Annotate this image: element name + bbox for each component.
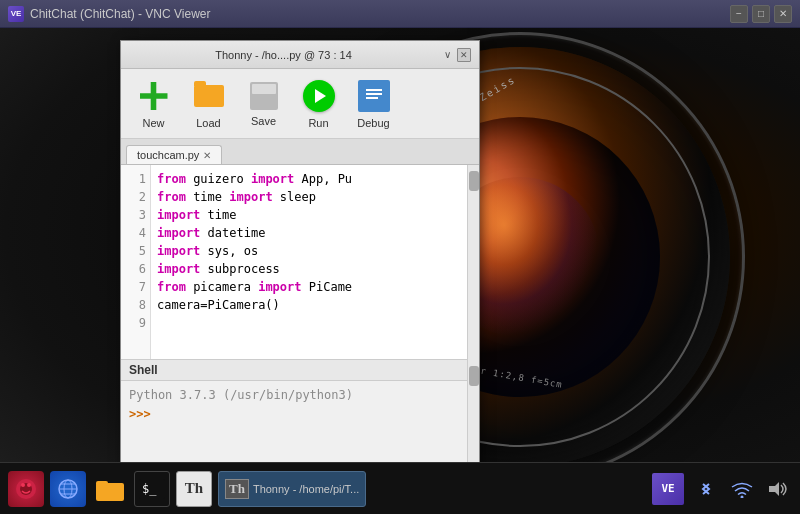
terminal-button[interactable]: $_ xyxy=(134,471,170,507)
debug-symbol-icon xyxy=(358,80,390,112)
line-num-2: 2 xyxy=(125,188,146,206)
wifi-button[interactable] xyxy=(728,475,756,503)
code-editor[interactable]: 1 2 3 4 5 6 7 8 9 from guizero import Ap… xyxy=(121,165,467,360)
debug-label: Debug xyxy=(357,117,389,129)
thonny-toolbar: New Load Save xyxy=(121,69,479,139)
raspberry-pi-button[interactable] xyxy=(8,471,44,507)
th-label: Th xyxy=(185,480,203,497)
new-button[interactable]: New xyxy=(131,78,176,129)
thonny-taskbar-label: Thonny - /home/pi/T... xyxy=(253,483,359,495)
new-icon xyxy=(136,78,172,114)
code-content[interactable]: from guizero import App, Pu from time im… xyxy=(151,165,467,359)
editor-scrollbar[interactable] xyxy=(467,165,479,360)
vnc-icon[interactable]: VE xyxy=(652,473,684,505)
code-line-1: from guizero import App, Pu xyxy=(157,170,461,188)
code-line-2: from time import sleep xyxy=(157,188,461,206)
bluetooth-button[interactable] xyxy=(692,475,720,503)
load-button[interactable]: Load xyxy=(186,78,231,129)
save-button[interactable]: Save xyxy=(241,80,286,127)
shell-prompt: >>> xyxy=(129,407,151,421)
line-num-8: 8 xyxy=(125,296,146,314)
svg-rect-2 xyxy=(366,97,378,99)
title-controls: − □ ✕ xyxy=(730,5,792,23)
browser-button[interactable] xyxy=(50,471,86,507)
line-num-6: 6 xyxy=(125,260,146,278)
svg-point-6 xyxy=(27,483,31,487)
thonny-taskbar-th: Th xyxy=(225,479,249,499)
tab-close-button[interactable]: ✕ xyxy=(203,150,211,161)
ve-icon-text: VE xyxy=(11,9,22,18)
debug-icon xyxy=(356,78,392,114)
save-icon xyxy=(248,80,280,112)
svg-point-16 xyxy=(741,495,744,498)
line-num-3: 3 xyxy=(125,206,146,224)
load-label: Load xyxy=(196,117,220,129)
text-editor-button[interactable]: Th xyxy=(176,471,212,507)
thonny-title-text: Thonny - /ho....py @ 73 : 14 xyxy=(129,49,438,61)
line-num-1: 1 xyxy=(125,170,146,188)
svg-marker-17 xyxy=(769,482,779,496)
thonny-window: Thonny - /ho....py @ 73 : 14 ∨ ✕ New Loa… xyxy=(120,40,480,495)
run-icon xyxy=(301,78,337,114)
tab-filename: touchcam.py xyxy=(137,149,199,161)
vnc-window: VE ChitChat (ChitChat) - VNC Viewer − □ … xyxy=(0,0,800,514)
taskbar-right: VE xyxy=(652,473,792,505)
debug-button[interactable]: Debug xyxy=(351,78,396,129)
shell-python-info: Python 3.7.3 (/usr/bin/python3) xyxy=(129,386,459,405)
line-num-7: 7 xyxy=(125,278,146,296)
thonny-title-bar: Thonny - /ho....py @ 73 : 14 ∨ ✕ xyxy=(121,41,479,69)
save-label: Save xyxy=(251,115,276,127)
load-icon xyxy=(191,78,227,114)
maximize-button[interactable]: □ xyxy=(752,5,770,23)
ve-label: VE xyxy=(661,482,674,495)
window-title: ChitChat (ChitChat) - VNC Viewer xyxy=(30,7,730,21)
plus-icon xyxy=(140,82,168,110)
floppy-icon xyxy=(250,82,278,110)
folder-icon xyxy=(194,85,224,107)
play-icon xyxy=(303,80,335,112)
taskbar: $_ Th Th Thonny - /home/pi/T... VE xyxy=(0,462,800,514)
tab-bar: touchcam.py ✕ xyxy=(121,139,479,165)
svg-rect-13 xyxy=(96,481,108,486)
editor-area: 1 2 3 4 5 6 7 8 9 from guizero import Ap… xyxy=(121,165,479,360)
line-numbers: 1 2 3 4 5 6 7 8 9 xyxy=(121,165,151,359)
run-label: Run xyxy=(308,117,328,129)
close-button[interactable]: ✕ xyxy=(774,5,792,23)
line-num-9: 9 xyxy=(125,314,146,332)
shell-header: Shell xyxy=(121,360,467,381)
new-label: New xyxy=(142,117,164,129)
shell-scroll-thumb[interactable] xyxy=(469,366,479,386)
run-button[interactable]: Run xyxy=(296,78,341,129)
svg-text:$_: $_ xyxy=(142,482,157,496)
code-line-7: from picamera import PiCame xyxy=(157,278,461,296)
volume-button[interactable] xyxy=(764,475,792,503)
file-tab[interactable]: touchcam.py ✕ xyxy=(126,145,222,164)
title-bar: VE ChitChat (ChitChat) - VNC Viewer − □ … xyxy=(0,0,800,28)
code-line-9 xyxy=(157,314,461,332)
line-num-4: 4 xyxy=(125,224,146,242)
thonny-title-caret[interactable]: ∨ xyxy=(444,49,451,60)
code-line-6: import subprocess xyxy=(157,260,461,278)
code-line-3: import time xyxy=(157,206,461,224)
line-num-5: 5 xyxy=(125,242,146,260)
svg-rect-1 xyxy=(366,93,382,95)
code-line-5: import sys, os xyxy=(157,242,461,260)
thonny-taskbar-button[interactable]: Th Thonny - /home/pi/T... xyxy=(218,471,366,507)
thonny-content: New Load Save xyxy=(121,69,479,494)
titlebar-icon: VE xyxy=(8,6,24,22)
thonny-close-button[interactable]: ✕ xyxy=(457,48,471,62)
file-manager-button[interactable] xyxy=(92,471,128,507)
editor-scroll-thumb[interactable] xyxy=(469,171,479,191)
shell-prompt-line: >>> xyxy=(129,405,459,424)
editor-shell-wrapper: 1 2 3 4 5 6 7 8 9 from guizero import Ap… xyxy=(121,165,479,494)
code-line-4: import datetime xyxy=(157,224,461,242)
minimize-button[interactable]: − xyxy=(730,5,748,23)
code-line-8: camera=PiCamera() xyxy=(157,296,461,314)
svg-point-5 xyxy=(21,483,25,487)
svg-rect-0 xyxy=(366,89,382,91)
